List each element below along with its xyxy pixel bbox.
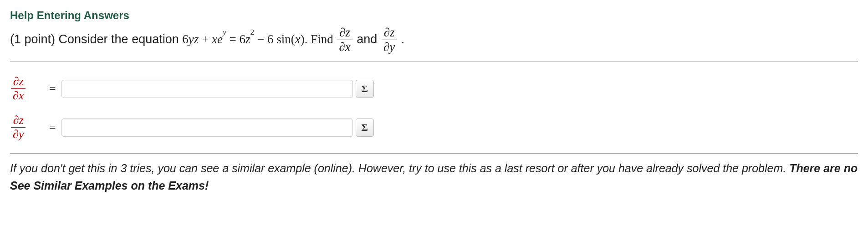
divider — [10, 153, 858, 154]
math-palette-button[interactable]: Σ — [356, 80, 374, 98]
help-entering-answers-link[interactable]: Help Entering Answers — [10, 9, 129, 22]
var-e: e — [217, 32, 223, 46]
frac-den: ∂y — [382, 40, 397, 53]
var-z: z — [194, 32, 199, 46]
coef: 6 — [182, 32, 189, 46]
var-z2: z — [245, 32, 250, 46]
dz-dx-fraction: ∂z ∂x — [337, 26, 352, 53]
problem-statement: (1 point) Consider the equation 6yz + xe… — [10, 26, 858, 62]
hint-body: If you don't get this in 3 tries, you ca… — [10, 162, 789, 175]
frac-num: ∂z — [337, 26, 352, 40]
frac-den: ∂x — [11, 89, 26, 102]
equation: 6yz + xey = 6z2 − 6 sin(x). Find — [182, 32, 336, 46]
answer-row-dzdy: ∂z ∂y = Σ — [10, 114, 858, 140]
exp-y: y — [223, 27, 226, 36]
problem-prefix: (1 point) Consider the equation — [10, 32, 182, 46]
dz-dy-fraction: ∂z ∂y — [382, 26, 397, 53]
frac-num: ∂z — [382, 26, 397, 40]
answer-input-dzdx[interactable] — [61, 80, 353, 98]
answer-row-dzdx: ∂z ∂x = Σ — [10, 76, 858, 102]
eq-6: = 6 — [226, 32, 245, 46]
period: . — [401, 32, 405, 46]
equals-sign: = — [49, 121, 56, 134]
hint-text: If you don't get this in 3 tries, you ca… — [10, 160, 858, 194]
var-x: x — [212, 32, 217, 46]
frac-den: ∂x — [337, 40, 352, 53]
var-y: y — [189, 32, 194, 46]
frac-den: ∂y — [11, 128, 26, 140]
label-dzdy: ∂z ∂y — [10, 114, 46, 140]
label-dzdx: ∂z ∂x — [10, 76, 46, 102]
answer-input-dzdy[interactable] — [61, 118, 353, 137]
find-text: ). Find — [301, 32, 337, 46]
frac-num: ∂z — [11, 114, 26, 128]
math-palette-button[interactable]: Σ — [356, 118, 374, 137]
minus-sin: − 6 sin( — [254, 32, 295, 46]
frac-num: ∂z — [11, 76, 26, 89]
and-text: and — [357, 32, 381, 46]
plus: + — [199, 32, 212, 46]
exp-2: 2 — [250, 27, 254, 36]
equals-sign: = — [49, 82, 56, 96]
var-x2: x — [295, 32, 301, 46]
